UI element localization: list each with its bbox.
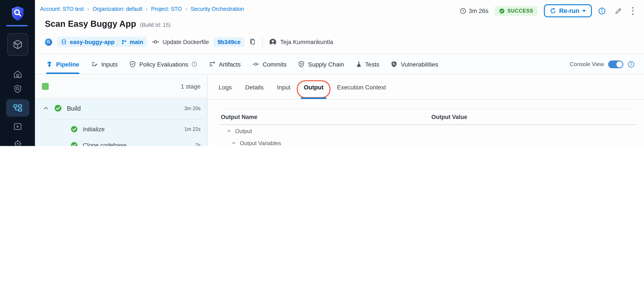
sidebar-item-pipelines-active[interactable] bbox=[6, 99, 29, 117]
commit-icon bbox=[252, 61, 259, 67]
target-icon[interactable] bbox=[13, 139, 22, 146]
info-icon[interactable] bbox=[628, 61, 634, 68]
page-title: Scan Easy Buggy App bbox=[45, 19, 136, 29]
breadcrumb-separator: › bbox=[185, 6, 187, 12]
tab-inputs[interactable]: Inputs bbox=[91, 54, 118, 74]
branch-name[interactable]: main bbox=[130, 39, 143, 45]
tab-logs[interactable]: Logs bbox=[219, 75, 232, 99]
cube-icon bbox=[12, 39, 23, 50]
tab-output-label: Output bbox=[304, 84, 324, 90]
breadcrumb-account[interactable]: Account: STO test bbox=[40, 6, 84, 12]
header-actions: 3m 26s SUCCESS Re-run bbox=[460, 4, 634, 17]
pipeline-execution-content: 1 stage Build 3m 20s bbox=[35, 75, 644, 146]
console-view-toggle[interactable] bbox=[608, 60, 623, 68]
step-duration: 1m 22s bbox=[184, 127, 200, 132]
chevron-down-icon bbox=[582, 10, 586, 12]
more-options-kebab-icon[interactable] bbox=[631, 6, 634, 16]
breadcrumb-module[interactable]: Security Orchestration bbox=[191, 6, 244, 12]
sto-shield-logo-icon[interactable] bbox=[10, 5, 25, 22]
supply-chain-shield-icon bbox=[298, 61, 305, 67]
table-header: Output Name Output Value bbox=[220, 109, 637, 125]
info-icon[interactable] bbox=[598, 7, 606, 15]
commit-message-item[interactable]: Update Dockerfile bbox=[152, 39, 209, 45]
copy-icon[interactable] bbox=[249, 39, 256, 45]
breadcrumb-organization[interactable]: Organization: default bbox=[92, 6, 142, 12]
step-duration: 7s bbox=[196, 142, 200, 146]
flask-icon bbox=[356, 61, 362, 67]
step-row-initialize[interactable]: Initialize 1m 22s bbox=[35, 121, 207, 137]
step-name: Initialize bbox=[83, 126, 104, 133]
pipeline-icon bbox=[46, 61, 52, 67]
tab-tests[interactable]: Tests bbox=[356, 54, 379, 74]
execution-duration: 3m 26s bbox=[460, 7, 488, 14]
tab-vulnerabilities[interactable]: Vulnerabilities bbox=[391, 54, 438, 74]
success-check-icon bbox=[54, 104, 62, 112]
step-detail-tabs: Logs Details Input Output Execution Cont… bbox=[208, 75, 644, 100]
artifacts-icon bbox=[209, 61, 216, 67]
author-name: Teja Kummarikuntla bbox=[280, 39, 333, 45]
breadcrumb: Account: STO test › Organization: defaul… bbox=[40, 6, 244, 12]
chip-divider bbox=[118, 39, 118, 45]
chevron-up-icon bbox=[43, 105, 49, 111]
app-window: Account: STO test › Organization: defaul… bbox=[0, 0, 644, 146]
step-detail-panel: Logs Details Input Output Execution Cont… bbox=[208, 75, 644, 146]
stage-count: 1 stage bbox=[181, 83, 200, 90]
tab-details[interactable]: Details bbox=[245, 75, 264, 99]
left-nav-sidebar bbox=[0, 0, 35, 146]
stage-name: Build bbox=[67, 105, 81, 112]
chevron-up-icon bbox=[227, 129, 231, 133]
executions-icon[interactable] bbox=[13, 122, 22, 131]
tab-execution-context[interactable]: Execution Context bbox=[337, 75, 386, 99]
commit-meta-row: easy-buggy-app main Update Dockerfile 9b… bbox=[45, 36, 333, 48]
main-area: Account: STO test › Organization: defaul… bbox=[35, 0, 644, 146]
tab-artifacts[interactable]: Artifacts bbox=[209, 54, 241, 74]
console-view-label: Console View bbox=[570, 61, 604, 67]
column-header-output-name: Output Name bbox=[221, 114, 258, 120]
column-header-output-value: Output Value bbox=[431, 114, 467, 120]
breadcrumb-project[interactable]: Project: STO bbox=[151, 6, 182, 12]
status-badge: SUCCESS bbox=[495, 6, 538, 16]
step-row-clone-codebase[interactable]: Clone codebase 7s bbox=[35, 137, 207, 146]
pipeline-nodes-icon bbox=[12, 103, 23, 113]
repo-name[interactable]: easy-buggy-app bbox=[70, 39, 114, 45]
stage-divider bbox=[45, 119, 204, 119]
title-row: Scan Easy Buggy App (Build Id: 15) bbox=[45, 19, 170, 29]
commit-sha-chip[interactable]: 9b349ce bbox=[214, 37, 244, 47]
tab-output-active[interactable]: Output bbox=[304, 75, 324, 99]
chevron-up-icon bbox=[232, 141, 236, 145]
commit-icon bbox=[152, 39, 159, 45]
repo-branch-chip[interactable]: easy-buggy-app main bbox=[57, 37, 147, 47]
rerun-button[interactable]: Re-run bbox=[544, 4, 592, 17]
home-icon[interactable] bbox=[13, 70, 22, 79]
edit-pencil-icon[interactable] bbox=[615, 7, 622, 15]
group-label: Output Variables bbox=[240, 140, 281, 146]
tab-input[interactable]: Input bbox=[277, 75, 290, 99]
clock-icon bbox=[460, 8, 466, 14]
policy-shield-icon bbox=[130, 61, 136, 67]
execution-tabs: Pipeline Inputs Policy Evaluations bbox=[35, 54, 644, 74]
tab-policy-evaluations[interactable]: Policy Evaluations bbox=[130, 54, 197, 74]
repository-icon bbox=[61, 39, 67, 45]
tab-pipeline[interactable]: Pipeline bbox=[46, 54, 79, 74]
tab-commits[interactable]: Commits bbox=[252, 54, 286, 74]
module-selector-button[interactable] bbox=[7, 33, 28, 56]
check-circle-icon bbox=[499, 8, 505, 14]
console-view-cluster: Console View bbox=[570, 60, 644, 68]
success-check-icon bbox=[71, 126, 78, 133]
stage-duration: 3m 20s bbox=[184, 106, 200, 111]
execution-header: Account: STO test › Organization: defaul… bbox=[35, 0, 644, 54]
sidebar-accent-divider bbox=[6, 25, 28, 26]
group-row-output-variables[interactable]: Output Variables bbox=[220, 137, 637, 146]
meta-divider bbox=[262, 37, 262, 47]
shield-search-icon[interactable] bbox=[13, 84, 22, 93]
vulnerability-shield-icon bbox=[391, 61, 397, 67]
stage-summary-strip: 1 stage bbox=[35, 75, 207, 98]
build-stage-group: Build 3m 20s Initialize 1m 22s bbox=[35, 98, 207, 146]
stage-status-square-icon bbox=[42, 83, 49, 90]
group-row-output[interactable]: Output bbox=[220, 125, 637, 137]
output-variables-table: Output Name Output Value Output Outpu bbox=[220, 109, 637, 146]
refresh-icon bbox=[550, 8, 556, 14]
stage-row-build[interactable]: Build 3m 20s bbox=[35, 98, 207, 118]
scan-module-icon bbox=[45, 38, 52, 46]
tab-supply-chain[interactable]: Supply Chain bbox=[298, 54, 344, 74]
